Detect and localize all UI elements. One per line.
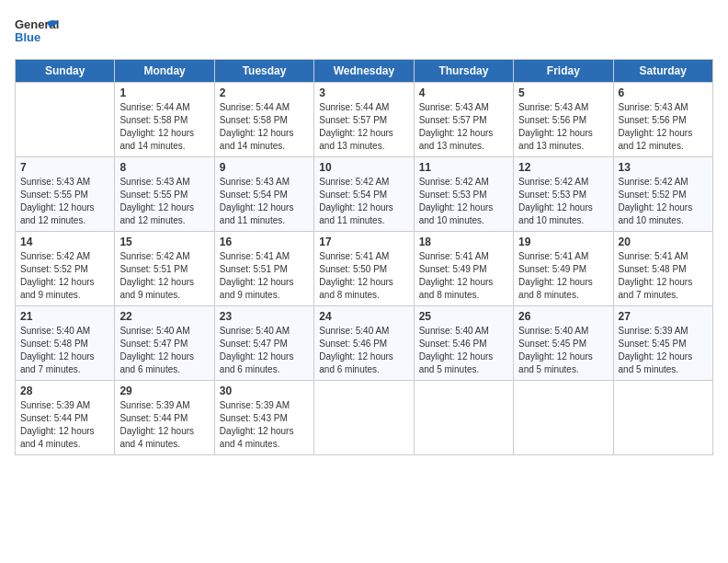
day-number: 15	[119, 236, 209, 248]
calendar-cell: 13Sunrise: 5:42 AM Sunset: 5:52 PM Dayli…	[613, 157, 712, 232]
day-info: Sunrise: 5:43 AM Sunset: 5:55 PM Dayligh…	[20, 176, 109, 227]
calendar-cell: 12Sunrise: 5:42 AM Sunset: 5:53 PM Dayli…	[514, 157, 613, 232]
day-number: 25	[419, 310, 508, 323]
logo: GeneralBlue	[15, 15, 61, 48]
calendar-cell: 27Sunrise: 5:39 AM Sunset: 5:45 PM Dayli…	[613, 306, 712, 381]
calendar-cell: 14Sunrise: 5:42 AM Sunset: 5:52 PM Dayli…	[16, 232, 115, 306]
day-number: 21	[20, 310, 109, 323]
day-info: Sunrise: 5:39 AM Sunset: 5:45 PM Dayligh…	[619, 325, 708, 376]
weekday-header-saturday: Saturday	[613, 60, 712, 83]
weekday-header-row: SundayMondayTuesdayWednesdayThursdayFrid…	[16, 60, 713, 83]
day-number: 28	[20, 385, 109, 397]
weekday-header-sunday: Sunday	[16, 60, 115, 83]
day-number: 17	[319, 236, 408, 248]
day-number: 8	[119, 161, 209, 174]
weekday-header-thursday: Thursday	[414, 60, 513, 83]
day-number: 1	[119, 86, 209, 99]
day-info: Sunrise: 5:41 AM Sunset: 5:50 PM Dayligh…	[319, 250, 408, 302]
day-info: Sunrise: 5:40 AM Sunset: 5:48 PM Dayligh…	[20, 325, 109, 376]
day-number: 18	[419, 236, 508, 248]
weekday-header-monday: Monday	[115, 60, 214, 83]
day-number: 23	[220, 310, 309, 323]
calendar-cell: 20Sunrise: 5:41 AM Sunset: 5:48 PM Dayli…	[613, 232, 712, 306]
day-info: Sunrise: 5:43 AM Sunset: 5:54 PM Dayligh…	[220, 176, 309, 227]
day-number: 19	[518, 236, 608, 248]
day-number: 5	[518, 86, 608, 99]
calendar-cell: 25Sunrise: 5:40 AM Sunset: 5:46 PM Dayli…	[414, 306, 513, 381]
day-number: 9	[220, 161, 309, 174]
day-number: 22	[119, 310, 209, 323]
week-row-5: 28Sunrise: 5:39 AM Sunset: 5:44 PM Dayli…	[16, 381, 713, 455]
calendar-cell: 29Sunrise: 5:39 AM Sunset: 5:44 PM Dayli…	[115, 381, 214, 455]
calendar-cell: 9Sunrise: 5:43 AM Sunset: 5:54 PM Daylig…	[214, 157, 313, 232]
day-info: Sunrise: 5:44 AM Sunset: 5:58 PM Dayligh…	[119, 101, 209, 153]
day-info: Sunrise: 5:41 AM Sunset: 5:48 PM Dayligh…	[619, 250, 708, 302]
calendar-cell: 26Sunrise: 5:40 AM Sunset: 5:45 PM Dayli…	[514, 306, 613, 381]
day-info: Sunrise: 5:42 AM Sunset: 5:53 PM Dayligh…	[419, 176, 508, 227]
day-info: Sunrise: 5:40 AM Sunset: 5:46 PM Dayligh…	[419, 325, 508, 376]
day-info: Sunrise: 5:40 AM Sunset: 5:46 PM Dayligh…	[319, 325, 408, 376]
calendar-cell: 1Sunrise: 5:44 AM Sunset: 5:58 PM Daylig…	[115, 83, 214, 157]
day-number: 6	[619, 86, 708, 99]
calendar-cell: 23Sunrise: 5:40 AM Sunset: 5:47 PM Dayli…	[214, 306, 313, 381]
calendar-cell: 22Sunrise: 5:40 AM Sunset: 5:47 PM Dayli…	[115, 306, 214, 381]
calendar-body: 1Sunrise: 5:44 AM Sunset: 5:58 PM Daylig…	[16, 83, 713, 455]
day-info: Sunrise: 5:39 AM Sunset: 5:43 PM Dayligh…	[220, 399, 309, 451]
day-number: 12	[518, 161, 608, 174]
calendar-cell	[314, 381, 414, 455]
calendar-cell	[414, 381, 513, 455]
calendar-cell: 15Sunrise: 5:42 AM Sunset: 5:51 PM Dayli…	[115, 232, 214, 306]
day-info: Sunrise: 5:42 AM Sunset: 5:51 PM Dayligh…	[119, 250, 209, 302]
calendar-cell: 5Sunrise: 5:43 AM Sunset: 5:56 PM Daylig…	[514, 83, 613, 157]
calendar-cell: 28Sunrise: 5:39 AM Sunset: 5:44 PM Dayli…	[16, 381, 115, 455]
calendar-cell: 16Sunrise: 5:41 AM Sunset: 5:51 PM Dayli…	[214, 232, 313, 306]
day-info: Sunrise: 5:42 AM Sunset: 5:54 PM Dayligh…	[319, 176, 408, 227]
weekday-header-wednesday: Wednesday	[314, 60, 414, 83]
day-info: Sunrise: 5:40 AM Sunset: 5:47 PM Dayligh…	[119, 325, 209, 376]
day-info: Sunrise: 5:42 AM Sunset: 5:53 PM Dayligh…	[518, 176, 608, 227]
day-info: Sunrise: 5:43 AM Sunset: 5:56 PM Dayligh…	[619, 101, 708, 153]
day-number: 3	[319, 86, 408, 99]
day-info: Sunrise: 5:39 AM Sunset: 5:44 PM Dayligh…	[20, 399, 109, 451]
day-info: Sunrise: 5:40 AM Sunset: 5:47 PM Dayligh…	[220, 325, 309, 376]
weekday-header-friday: Friday	[514, 60, 613, 83]
day-number: 13	[619, 161, 708, 174]
day-info: Sunrise: 5:43 AM Sunset: 5:55 PM Dayligh…	[119, 176, 209, 227]
day-number: 24	[319, 310, 408, 323]
week-row-3: 14Sunrise: 5:42 AM Sunset: 5:52 PM Dayli…	[16, 232, 713, 306]
calendar-cell: 10Sunrise: 5:42 AM Sunset: 5:54 PM Dayli…	[314, 157, 414, 232]
calendar-cell	[16, 83, 115, 157]
calendar-cell	[514, 381, 613, 455]
day-info: Sunrise: 5:41 AM Sunset: 5:51 PM Dayligh…	[220, 250, 309, 302]
calendar-cell: 8Sunrise: 5:43 AM Sunset: 5:55 PM Daylig…	[115, 157, 214, 232]
day-info: Sunrise: 5:43 AM Sunset: 5:56 PM Dayligh…	[518, 101, 608, 153]
calendar-cell: 2Sunrise: 5:44 AM Sunset: 5:58 PM Daylig…	[214, 83, 313, 157]
day-number: 20	[619, 236, 708, 248]
day-number: 16	[220, 236, 309, 248]
day-info: Sunrise: 5:44 AM Sunset: 5:57 PM Dayligh…	[319, 101, 408, 153]
day-info: Sunrise: 5:42 AM Sunset: 5:52 PM Dayligh…	[20, 250, 109, 302]
weekday-header-tuesday: Tuesday	[214, 60, 313, 83]
calendar-cell: 24Sunrise: 5:40 AM Sunset: 5:46 PM Dayli…	[314, 306, 414, 381]
day-info: Sunrise: 5:40 AM Sunset: 5:45 PM Dayligh…	[518, 325, 608, 376]
svg-text:Blue: Blue	[15, 30, 40, 44]
calendar-cell: 3Sunrise: 5:44 AM Sunset: 5:57 PM Daylig…	[314, 83, 414, 157]
calendar-cell: 21Sunrise: 5:40 AM Sunset: 5:48 PM Dayli…	[16, 306, 115, 381]
day-info: Sunrise: 5:41 AM Sunset: 5:49 PM Dayligh…	[419, 250, 508, 302]
calendar-cell: 17Sunrise: 5:41 AM Sunset: 5:50 PM Dayli…	[314, 232, 414, 306]
calendar-table: SundayMondayTuesdayWednesdayThursdayFrid…	[15, 59, 713, 455]
calendar-cell	[613, 381, 712, 455]
day-number: 27	[619, 310, 708, 323]
calendar-cell: 7Sunrise: 5:43 AM Sunset: 5:55 PM Daylig…	[16, 157, 115, 232]
day-number: 26	[518, 310, 608, 323]
day-number: 11	[419, 161, 508, 174]
calendar-cell: 6Sunrise: 5:43 AM Sunset: 5:56 PM Daylig…	[613, 83, 712, 157]
calendar-cell: 18Sunrise: 5:41 AM Sunset: 5:49 PM Dayli…	[414, 232, 513, 306]
day-number: 4	[419, 86, 508, 99]
calendar-cell: 11Sunrise: 5:42 AM Sunset: 5:53 PM Dayli…	[414, 157, 513, 232]
day-info: Sunrise: 5:42 AM Sunset: 5:52 PM Dayligh…	[619, 176, 708, 227]
logo-svg: GeneralBlue	[15, 15, 61, 48]
week-row-2: 7Sunrise: 5:43 AM Sunset: 5:55 PM Daylig…	[16, 157, 713, 232]
calendar-cell: 30Sunrise: 5:39 AM Sunset: 5:43 PM Dayli…	[214, 381, 313, 455]
day-number: 2	[220, 86, 309, 99]
